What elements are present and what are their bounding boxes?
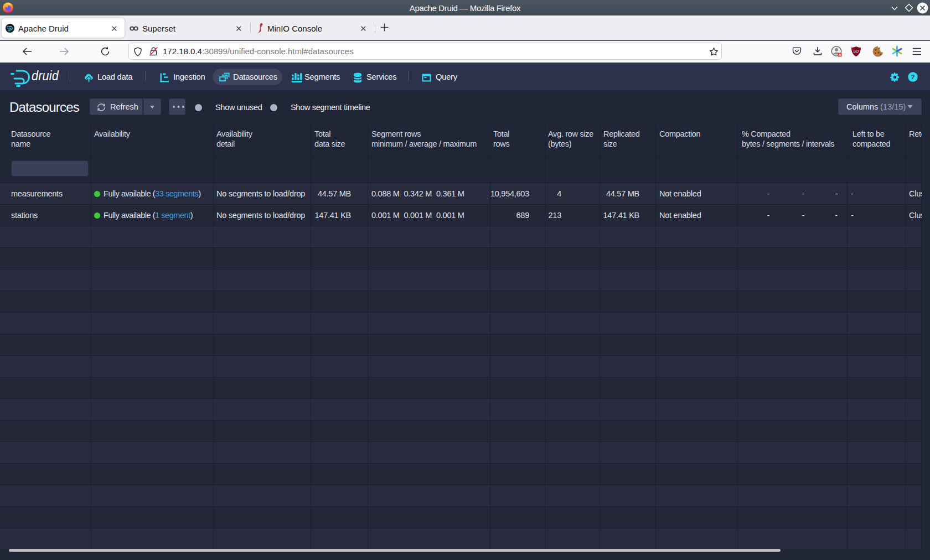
svg-text:?: ? [911, 74, 914, 80]
svg-text:uO: uO [854, 49, 859, 53]
